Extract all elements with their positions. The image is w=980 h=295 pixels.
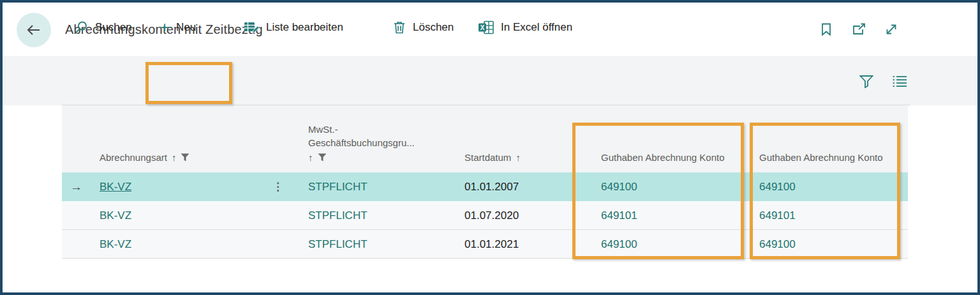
new-label: Neu	[176, 21, 196, 34]
trash-icon	[393, 20, 406, 34]
row-options-ellipsis-icon[interactable]: ⋮	[272, 172, 284, 201]
bookmark-icon[interactable]	[819, 22, 833, 36]
edit-list-button[interactable]: Liste bearbeiten	[244, 3, 343, 52]
action-toolbar	[3, 56, 977, 105]
guthaben-konto-1-cell[interactable]: 649101	[574, 201, 745, 230]
table-row[interactable]: → BK-VZ ⋮ STPFLICHT 01.01.2007 649100 64…	[62, 172, 908, 201]
guthaben-konto-2-cell[interactable]: 649100	[745, 230, 908, 259]
table-row[interactable]: BK-VZ STPFLICHT 01.07.2020 649101 649101	[62, 201, 908, 230]
back-button[interactable]	[17, 13, 51, 47]
mwst-cell[interactable]: STPFLICHT	[290, 201, 459, 230]
open-in-excel-button[interactable]: X In Excel öffnen	[478, 3, 572, 52]
sort-ascending-icon: ↑	[516, 151, 521, 164]
delete-button[interactable]: Löschen	[393, 3, 454, 52]
abrechnungsart-link[interactable]: BK-VZ	[91, 230, 290, 259]
startdatum-cell[interactable]: 01.07.2020	[459, 201, 574, 230]
plus-icon: +	[160, 21, 169, 34]
sort-ascending-icon: ↑	[308, 151, 313, 164]
column-header-guthaben-abrechnung-konto-1[interactable]: Guthaben Abrechnung Konto	[574, 151, 745, 172]
guthaben-konto-2-cell[interactable]: 649100	[745, 172, 908, 201]
selected-row-arrow-icon: →	[62, 172, 91, 201]
search-label: Suchen	[95, 21, 132, 34]
abrechnungsart-link[interactable]: BK-VZ	[91, 201, 290, 230]
expand-icon[interactable]	[884, 22, 898, 36]
svg-text:X: X	[480, 24, 485, 31]
guthaben-konto-2-cell[interactable]: 649101	[745, 201, 908, 230]
column-label: Startdatum	[464, 151, 511, 164]
toolbar-right-icons	[859, 56, 906, 105]
table-row[interactable]: BK-VZ STPFLICHT 01.01.2021 649100 649100	[62, 230, 908, 259]
search-button[interactable]: Suchen	[74, 3, 132, 52]
column-label: Abrechnungsart	[100, 151, 167, 164]
filter-funnel-icon	[181, 153, 189, 162]
excel-icon: X	[478, 20, 494, 34]
filter-icon[interactable]	[859, 74, 873, 88]
filter-funnel-icon	[318, 153, 327, 162]
table-body: → BK-VZ ⋮ STPFLICHT 01.01.2007 649100 64…	[62, 172, 908, 259]
back-arrow-icon	[25, 21, 43, 39]
startdatum-cell[interactable]: 01.01.2021	[459, 230, 574, 259]
sort-ascending-icon: ↑	[172, 151, 177, 164]
column-header-guthaben-abrechnung-konto-2[interactable]: Guthaben Abrechnung Konto	[745, 151, 908, 172]
guthaben-konto-1-cell[interactable]: 649100	[574, 172, 745, 201]
column-label: MwSt.-Geschäftsbuchungsgru...	[308, 123, 418, 149]
abrechnungsart-link[interactable]: BK-VZ	[100, 181, 131, 193]
open-in-new-window-icon[interactable]	[852, 22, 866, 36]
header-gutter	[62, 164, 91, 172]
column-label: Guthaben Abrechnung Konto	[601, 152, 725, 163]
new-button[interactable]: + Neu	[160, 3, 196, 52]
edit-list-icon	[244, 20, 259, 34]
column-label: Guthaben Abrechnung Konto	[759, 152, 883, 163]
choose-columns-icon[interactable]	[892, 74, 906, 88]
mwst-cell[interactable]: STPFLICHT	[290, 172, 459, 201]
column-header-mwst-geschaeftsbuchungsgruppe[interactable]: MwSt.-Geschäftsbuchungsgru... ↑	[290, 123, 459, 172]
delete-label: Löschen	[413, 21, 454, 34]
column-header-abrechnungsart[interactable]: Abrechnungsart ↑	[91, 151, 290, 172]
open-in-excel-label: In Excel öffnen	[501, 21, 572, 34]
edit-list-label: Liste bearbeiten	[266, 21, 343, 34]
search-icon	[74, 20, 88, 34]
guthaben-konto-1-cell[interactable]: 649100	[574, 230, 745, 259]
startdatum-cell[interactable]: 01.01.2007	[459, 172, 574, 201]
table-header-row: Abrechnungsart ↑ MwSt.-Geschäftsbuchungs…	[62, 105, 908, 172]
mwst-cell[interactable]: STPFLICHT	[290, 230, 459, 259]
page-actions	[819, 3, 898, 56]
app-window: Abrechnungskonten mit Zeitbezug	[0, 0, 980, 295]
column-header-startdatum[interactable]: Startdatum ↑	[459, 151, 574, 172]
